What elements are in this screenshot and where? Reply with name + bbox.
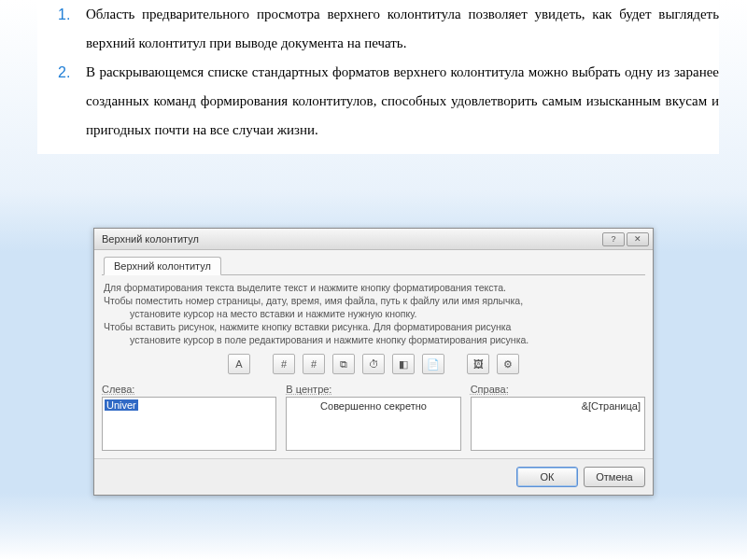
right-section: Справа: &[Страница] <box>471 384 645 451</box>
page-number-button[interactable]: # <box>273 354 295 374</box>
dialog-titlebar[interactable]: Верхний колонтитул ? ✕ <box>94 229 653 250</box>
dialog-help-text: Для форматирования текста выделите текст… <box>104 281 643 346</box>
total-pages-button[interactable]: # <box>303 354 325 374</box>
left-section-input[interactable]: Univer <box>102 397 276 451</box>
document-text-block: Область предварительного просмотра верхн… <box>37 0 719 154</box>
close-button[interactable]: ✕ <box>627 232 649 246</box>
dialog-footer: ОК Отмена <box>94 458 653 495</box>
center-section: В центре: Совершенно секретно <box>286 384 460 451</box>
list-item: В раскрывающемся списке стандартных форм… <box>86 58 719 145</box>
center-section-label: В центре: <box>286 384 331 395</box>
filepath-button[interactable]: ◧ <box>392 354 415 374</box>
ok-button[interactable]: ОК <box>516 467 578 487</box>
center-section-input[interactable]: Совершенно секретно <box>286 397 460 451</box>
header-footer-dialog: Верхний колонтитул ? ✕ Верхний колонтиту… <box>93 228 654 496</box>
help-line: Чтобы поместить номер страницы, дату, вр… <box>104 295 523 306</box>
help-line: Для форматирования текста выделите текст… <box>104 282 506 293</box>
right-section-label: Справа: <box>471 384 509 395</box>
help-button[interactable]: ? <box>602 232 625 246</box>
insert-picture-button[interactable]: 🖼 <box>467 354 489 374</box>
tab-header[interactable]: Верхний колонтитул <box>104 257 221 275</box>
dialog-body: Верхний колонтитул Для форматирования те… <box>94 250 653 458</box>
left-section-label: Слева: <box>102 384 134 395</box>
tab-strip: Верхний колонтитул <box>102 254 645 275</box>
cancel-button[interactable]: Отмена <box>584 467 645 487</box>
format-picture-button[interactable]: ⚙ <box>497 354 519 374</box>
list-item: Область предварительного просмотра верхн… <box>86 0 719 58</box>
selected-text: Univer <box>105 399 138 411</box>
help-line: установите курсор в поле редактирования … <box>104 333 643 346</box>
slide-page: Область предварительного просмотра верхн… <box>0 0 747 560</box>
time-button[interactable]: ⏱ <box>362 354 385 374</box>
numbered-list: Область предварительного просмотра верхн… <box>37 0 719 145</box>
format-text-button[interactable]: A <box>228 354 250 374</box>
help-line: Чтобы вставить рисунок, нажмите кнопку в… <box>104 321 511 332</box>
dialog-title: Верхний колонтитул <box>102 233 600 245</box>
insert-toolbar: A # # ⧉ ⏱ ◧ 📄 🖼 ⚙ <box>102 354 645 374</box>
right-section-input[interactable]: &[Страница] <box>471 397 645 451</box>
left-section: Слева: Univer <box>102 384 276 451</box>
date-button[interactable]: ⧉ <box>332 354 355 374</box>
filename-button[interactable]: 📄 <box>422 354 444 374</box>
section-columns: Слева: Univer В центре: Совершенно секре… <box>102 384 645 451</box>
help-line: установите курсор на место вставки и наж… <box>104 307 643 320</box>
